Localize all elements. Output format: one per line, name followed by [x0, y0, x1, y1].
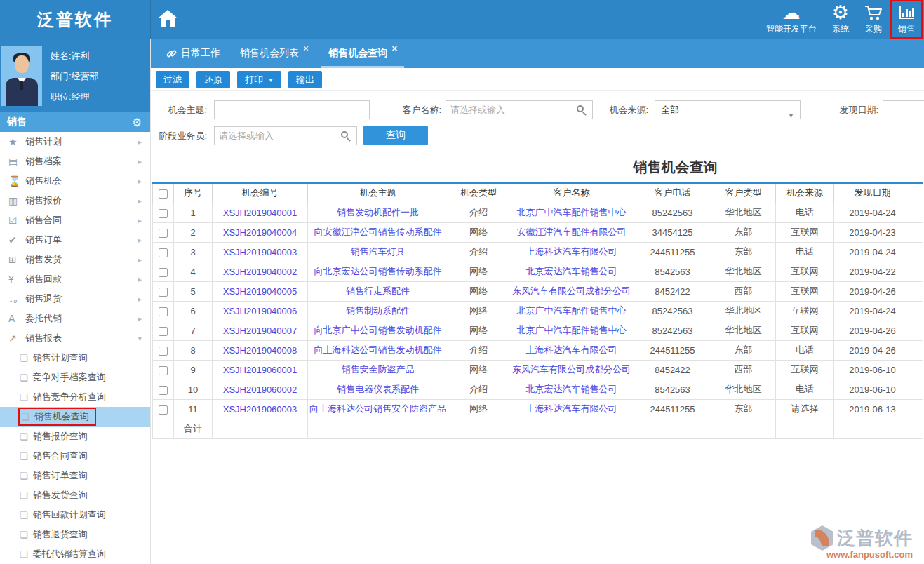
row-checkbox[interactable] — [159, 268, 168, 277]
opportunity-subject-link[interactable]: 销售发动机配件一批 — [337, 207, 419, 217]
column-header-type[interactable]: 机会类型 — [448, 183, 509, 203]
print-button[interactable]: 打印▼ — [237, 71, 281, 88]
sidebar-submenu-item[interactable]: ❏ 委托代销结算查询 — [0, 544, 150, 564]
opportunity-subject-link[interactable]: 向北京广中公司销售发动机配件 — [314, 325, 442, 335]
opportunity-subject-link[interactable]: 销售行走系配件 — [346, 286, 410, 296]
sidebar-submenu-item[interactable]: ❏ 销售回款计划查询 — [0, 505, 150, 525]
customer-name-link[interactable]: 北京宏达汽车销售公司 — [526, 266, 617, 276]
sidebar-menu-item[interactable]: ☑ 销售合同 ▸ — [0, 210, 150, 230]
column-header-customer-type[interactable]: 客户类型 — [711, 183, 776, 203]
tab-sales-opportunity-list[interactable]: 销售机会列表 × — [230, 39, 319, 68]
column-header-source[interactable]: 机会来源 — [776, 183, 834, 203]
search-icon[interactable] — [577, 105, 584, 112]
row-checkbox[interactable] — [159, 386, 168, 395]
customer-name-link[interactable]: 上海科达汽车有限公司 — [526, 344, 617, 355]
customer-name-link[interactable]: 东风汽车有限公司成都分公司 — [512, 286, 631, 296]
opportunity-code-link[interactable]: XSJH2019040004 — [223, 227, 297, 238]
column-header-code[interactable]: 机会编号 — [213, 183, 308, 203]
customer-name-link[interactable]: 北京宏达汽车销售公司 — [526, 384, 617, 394]
close-icon[interactable]: × — [391, 43, 397, 54]
query-button[interactable]: 查询 — [363, 126, 428, 145]
sidebar-submenu-item[interactable]: ❏ 销售竞争分析查询 — [0, 387, 150, 407]
opportunity-subject-link[interactable]: 向上海科达公司销售安全防盗产品 — [309, 403, 446, 414]
row-checkbox[interactable] — [159, 288, 168, 297]
sidebar-submenu-item[interactable]: ❏ 竞争对手档案查询 — [0, 368, 150, 387]
sidebar-menu-item[interactable]: ★ 销售计划 ▸ — [0, 132, 150, 152]
select-all-checkbox[interactable] — [159, 189, 168, 199]
customer-name-link[interactable]: 东风汽车有限公司成都分公司 — [512, 364, 631, 375]
opportunity-code-link[interactable]: XSJH2019040008 — [223, 345, 297, 356]
filter-button[interactable]: 过滤 — [156, 71, 189, 88]
row-checkbox[interactable] — [159, 405, 168, 415]
row-checkbox[interactable] — [159, 209, 168, 218]
source-select[interactable]: 全部 ▼ — [655, 100, 801, 119]
customer-name-link[interactable]: 安徽江津汽车配件有限公司 — [517, 227, 627, 237]
sidebar-menu-item[interactable]: ⌛ 销售机会 ▸ — [0, 171, 150, 191]
column-header-date[interactable]: 发现日期 — [834, 183, 911, 203]
sidebar-menu-item[interactable]: ↗ 销售报表 ▾ — [0, 328, 150, 348]
top-nav-sales[interactable]: 销售 — [890, 0, 923, 39]
export-button[interactable]: 输出 — [288, 71, 322, 88]
column-header-subject[interactable]: 机会主题 — [308, 183, 448, 203]
opportunity-code-link[interactable]: XSJH2019040005 — [223, 286, 297, 297]
customer-name-link[interactable]: 上海科达汽车有限公司 — [526, 403, 617, 414]
sidebar-submenu-item[interactable]: ❏ 销售订单查询 — [0, 466, 150, 485]
row-checkbox[interactable] — [159, 229, 168, 238]
opportunity-code-link[interactable]: XSJH2019060002 — [223, 384, 297, 395]
customer-name-link[interactable]: 北京广中汽车配件销售中心 — [517, 325, 627, 335]
sidebar-submenu-item[interactable]: ❏ 销售计划查询 — [0, 348, 150, 368]
sidebar-menu-item[interactable]: ¥ 销售回款 ▸ — [0, 269, 150, 289]
sidebar-submenu-item[interactable]: ❏ 销售发货查询 — [0, 485, 150, 505]
customer-input[interactable] — [446, 100, 593, 119]
top-nav-purchase[interactable]: 采购 — [857, 0, 890, 39]
restore-button[interactable]: 还原 — [196, 71, 230, 88]
opportunity-subject-link[interactable]: 销售汽车灯具 — [351, 246, 406, 257]
sidebar-submenu-item[interactable]: ❏ 销售合同查询 — [0, 446, 150, 466]
top-nav-dev-platform[interactable]: ☁ 智能开发平台 — [758, 0, 824, 39]
tab-daily-work[interactable]: 日常工作 — [156, 39, 230, 68]
sidebar-menu-item[interactable]: A 委托代销 ▸ — [0, 309, 150, 328]
sidebar-menu-item[interactable]: ↓₉ 销售退货 ▸ — [0, 289, 150, 309]
column-header-customer[interactable]: 客户名称 — [509, 183, 634, 203]
sidebar-menu-item[interactable]: ▤ 销售档案 ▸ — [0, 152, 150, 171]
opportunity-code-link[interactable]: XSJH2019060003 — [223, 404, 297, 415]
sidebar-menu-item[interactable]: ✔ 销售订单 ▸ — [0, 230, 150, 250]
row-checkbox[interactable] — [159, 347, 168, 356]
subject-input[interactable] — [214, 100, 370, 119]
sidebar-menu-item[interactable]: ▥ 销售报价 ▸ — [0, 191, 150, 210]
top-nav-system[interactable]: ⚙ 系统 — [824, 0, 857, 39]
opportunity-code-link[interactable]: XSJH2019060001 — [223, 365, 297, 375]
opportunity-code-link[interactable]: XSJH2019040003 — [223, 247, 297, 257]
opportunity-subject-link[interactable]: 销售安全防盗产品 — [342, 364, 415, 375]
opportunity-subject-link[interactable]: 销售制动系配件 — [346, 305, 410, 316]
search-icon[interactable] — [341, 131, 348, 138]
opportunity-subject-link[interactable]: 销售电器仪表系配件 — [337, 384, 419, 394]
sidebar-submenu-item[interactable]: ❏ 销售报价查询 — [0, 427, 150, 446]
customer-name-link[interactable]: 北京广中汽车配件销售中心 — [517, 207, 627, 217]
home-button[interactable] — [158, 10, 178, 28]
customer-name-link[interactable]: 上海科达汽车有限公司 — [526, 246, 617, 257]
date-input[interactable] — [883, 100, 924, 119]
opportunity-code-link[interactable]: XSJH2019040001 — [223, 208, 297, 218]
close-icon[interactable]: × — [303, 43, 309, 54]
sidebar-menu-item[interactable]: ⊞ 销售发货 ▸ — [0, 250, 150, 269]
row-checkbox[interactable] — [159, 248, 168, 257]
row-checkbox[interactable] — [159, 327, 168, 336]
column-header-phone[interactable]: 客户电话 — [634, 183, 711, 203]
opportunity-code-link[interactable]: XSJH2019040002 — [223, 267, 297, 277]
stage-salesman-input[interactable] — [214, 126, 357, 145]
row-checkbox[interactable] — [159, 366, 168, 375]
gear-icon[interactable]: ⚙ — [132, 116, 142, 129]
opportunity-code-link[interactable]: XSJH2019040006 — [223, 306, 297, 316]
column-header-seq[interactable]: 序号 — [174, 183, 213, 203]
sidebar-submenu-item[interactable]: ❏ 销售退货查询 — [0, 525, 150, 544]
tab-sales-opportunity-query[interactable]: 销售机会查询 × — [319, 39, 407, 68]
sidebar-submenu-item[interactable]: ❏ 销售机会查询 — [0, 407, 150, 427]
opportunity-subject-link[interactable]: 向安徽江津公司销售传动系配件 — [314, 227, 442, 237]
customer-name-link[interactable]: 北京广中汽车配件销售中心 — [517, 305, 627, 316]
opportunity-code-link[interactable]: XSJH2019040007 — [223, 325, 297, 336]
row-checkbox[interactable] — [159, 307, 168, 316]
opportunity-subject-link[interactable]: 向上海科达公司销售发动机配件 — [314, 344, 442, 355]
sidebar-section-sales[interactable]: 销售 ⚙ — [0, 112, 150, 132]
opportunity-subject-link[interactable]: 向北京宏达公司销售传动系配件 — [314, 266, 442, 276]
